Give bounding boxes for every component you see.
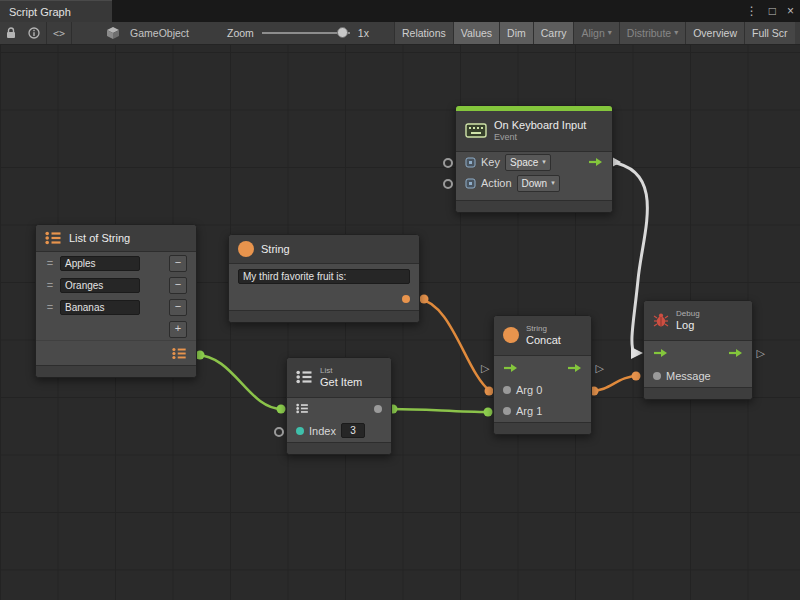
zoom-slider-knob[interactable] [337, 27, 348, 38]
distribute-button-label: Distribute [627, 22, 671, 44]
add-item-button[interactable]: + [169, 321, 187, 338]
window-menu-icon[interactable]: ⋮ [746, 4, 758, 18]
node-category: String [526, 324, 561, 334]
index-field[interactable]: 3 [341, 423, 365, 438]
item-output-port[interactable] [374, 405, 382, 413]
node-header[interactable]: List of String [36, 225, 196, 252]
node-title: On Keyboard Input [494, 119, 586, 132]
lock-icon[interactable] [0, 22, 22, 44]
info-icon[interactable] [22, 22, 46, 44]
arg1-row: Arg 1 [494, 401, 591, 422]
node-footer [494, 422, 591, 434]
flow-row [494, 356, 591, 380]
carry-button[interactable]: Carry [533, 22, 574, 44]
node-get-item[interactable]: List Get Item Index 3 [286, 357, 392, 455]
align-button[interactable]: Align ▾ [573, 22, 618, 44]
key-input-port[interactable] [443, 158, 453, 168]
node-title: Concat [526, 334, 561, 347]
graph-canvas[interactable]: On Keyboard Input Event Key Space ▾ Acti… [0, 45, 800, 600]
message-port-dot[interactable] [653, 372, 661, 380]
window-maximize-icon[interactable]: □ [769, 4, 776, 18]
node-title: List of String [69, 232, 130, 244]
window-tab-bar: Script Graph ⋮ □ × [0, 0, 800, 22]
wire-keyboard-to-log[interactable] [611, 157, 647, 359]
fullscreen-button[interactable]: Full Scr [744, 22, 795, 44]
wire-getitem-to-concat-arg1[interactable] [389, 405, 493, 417]
list-icon [296, 370, 313, 384]
toolbar-separator [71, 22, 72, 44]
keycap-icon [465, 178, 476, 189]
node-header[interactable]: Debug Log [644, 301, 752, 341]
zoom-slider[interactable] [262, 22, 350, 44]
distribute-button[interactable]: Distribute ▾ [619, 22, 685, 44]
zoom-label: Zoom [223, 27, 258, 39]
flow-output-arrow-icon[interactable] [728, 348, 743, 358]
tab-script-graph[interactable]: Script Graph [0, 0, 112, 22]
action-port-row: Action Down ▾ [456, 173, 612, 194]
node-category: List [320, 366, 362, 376]
string-output-port[interactable] [402, 295, 410, 303]
window-controls: ⋮ □ × [746, 0, 794, 22]
drag-handle-icon[interactable]: = [45, 257, 55, 269]
values-button[interactable]: Values [453, 22, 499, 44]
remove-item-button[interactable]: − [169, 255, 187, 272]
action-dropdown-value: Down [522, 178, 548, 189]
flow-output-port[interactable]: ▷ [757, 348, 765, 359]
node-concat[interactable]: String Concat Arg 0 Arg 1 ▷ ▷ [493, 315, 592, 435]
node-category: Debug [676, 309, 700, 319]
flow-output-arrow-icon[interactable] [588, 157, 603, 167]
caret-down-icon: ▾ [608, 22, 612, 44]
index-row: Index 3 [287, 420, 391, 442]
list-item-field[interactable]: Oranges [60, 278, 140, 293]
relations-button[interactable]: Relations [394, 22, 453, 44]
arg0-port-dot[interactable] [503, 386, 511, 394]
key-dropdown[interactable]: Space ▾ [505, 154, 551, 171]
remove-item-button[interactable]: − [169, 277, 187, 294]
toolbar-buttons: Relations Values Dim Carry Align ▾ Distr… [394, 22, 795, 44]
string-circle-icon [503, 327, 519, 343]
string-circle-icon [238, 241, 254, 257]
caret-down-icon: ▾ [542, 158, 546, 166]
code-icon[interactable]: <> [47, 22, 71, 44]
drag-handle-icon[interactable]: = [45, 301, 55, 313]
node-string-literal[interactable]: String My third favorite fruit is: [228, 234, 420, 323]
flow-input-arrow-icon[interactable] [503, 363, 518, 373]
keyboard-icon [465, 123, 487, 138]
action-input-port[interactable] [443, 179, 453, 189]
node-header[interactable]: String [229, 235, 419, 264]
list-item-field[interactable]: Bananas [60, 300, 140, 315]
node-header[interactable]: On Keyboard Input Event [456, 111, 612, 152]
flow-output-port[interactable]: ▷ [596, 363, 604, 374]
node-footer [456, 200, 612, 212]
index-port-dot[interactable] [296, 427, 304, 435]
arg1-port-dot[interactable] [503, 407, 511, 415]
node-debug-log[interactable]: Debug Log Message ▷ [643, 300, 753, 400]
dim-button[interactable]: Dim [499, 22, 533, 44]
remove-item-button[interactable]: − [169, 299, 187, 316]
flow-input-port[interactable]: ▷ [481, 363, 489, 374]
index-input-port[interactable] [274, 427, 284, 437]
flow-output-arrow-icon[interactable] [567, 363, 582, 373]
node-on-keyboard-input[interactable]: On Keyboard Input Event Key Space ▾ Acti… [455, 105, 613, 213]
node-footer [229, 310, 419, 322]
arg0-label: Arg 0 [516, 384, 542, 396]
window-close-icon[interactable]: × [787, 4, 794, 18]
wire-concat-to-log-message[interactable] [590, 372, 641, 396]
node-footer [287, 442, 391, 454]
list-output-icon[interactable] [172, 347, 187, 360]
wire-list-to-getitem[interactable] [196, 351, 286, 414]
action-dropdown[interactable]: Down ▾ [517, 175, 560, 192]
list-item-field[interactable]: Apples [60, 256, 140, 271]
list-icon[interactable] [296, 403, 309, 414]
key-port-row: Key Space ▾ [456, 152, 612, 173]
flow-input-arrow-icon[interactable] [653, 348, 668, 358]
wire-string-to-concat-arg0[interactable] [419, 295, 494, 396]
string-value-field[interactable]: My third favorite fruit is: [238, 269, 410, 284]
node-header[interactable]: String Concat [494, 316, 591, 356]
overview-button[interactable]: Overview [685, 22, 744, 44]
caret-down-icon: ▾ [551, 179, 555, 187]
node-list-of-string[interactable]: List of String = Apples − = Oranges − = … [35, 224, 197, 378]
drag-handle-icon[interactable]: = [45, 279, 55, 291]
node-header[interactable]: List Get Item [287, 358, 391, 398]
node-title: Log [676, 319, 700, 332]
